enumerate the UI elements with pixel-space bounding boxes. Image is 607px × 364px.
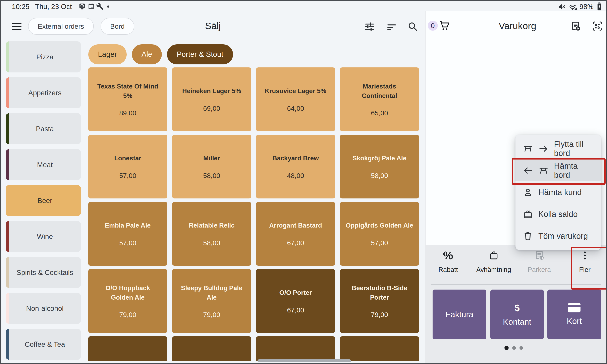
kebab-menu-icon [580, 250, 590, 261]
pickup-bag-icon [488, 250, 499, 261]
page-dot[interactable] [504, 346, 509, 350]
menu-item-label: Töm varukorg [538, 232, 588, 241]
product-tile[interactable]: Lonestar57,00 [88, 135, 167, 198]
category-label: Appetizers [28, 89, 61, 97]
menu-item-hamta-kund[interactable]: Hämta kund [515, 182, 601, 203]
chip-label: Lager [98, 50, 117, 59]
product-name: Texas State Of Mind 5% [93, 82, 162, 100]
page-dot[interactable] [512, 346, 516, 350]
product-price: 69,00 [203, 104, 220, 112]
shopping-cart-icon[interactable] [439, 20, 450, 31]
chip-label: Ale [142, 50, 152, 59]
product-tile[interactable]: Heineken Lager 5%69,00 [172, 67, 251, 131]
product-name: Collective Arts [106, 359, 150, 361]
qr-scan-icon[interactable] [592, 21, 603, 31]
sidebar-item-pasta[interactable]: Pasta [6, 113, 81, 144]
fler-button[interactable]: Fler [562, 250, 607, 273]
sidebar-item-wine[interactable]: Wine [6, 221, 81, 252]
product-tile[interactable]: Backyard Brew48,00 [256, 135, 335, 198]
product-tile[interactable]: Young's Double [172, 336, 251, 361]
sort-icon[interactable] [386, 22, 397, 33]
product-tile[interactable]: Krusovice Lager 5%64,00 [256, 67, 335, 131]
product-name: Young's Double [188, 359, 236, 361]
more-actions-context-menu: Flytta till bord Hämta bord Hämta kund K… [515, 135, 601, 250]
hamburger-menu-button[interactable] [12, 23, 22, 30]
product-tile[interactable]: Mariestads Continental65,00 [340, 67, 419, 131]
product-tile[interactable]: O/O Hoppback Golden Ale79,00 [88, 269, 167, 333]
percent-icon: % [443, 250, 453, 261]
sidebar-item-coffee-tea[interactable]: Coffee & Tea [6, 329, 81, 360]
sidebar-item-appetizers[interactable]: Appetizers [6, 77, 81, 108]
avhamtning-button[interactable]: Avhämtning [471, 250, 516, 273]
product-name: Arrogant Bastard [269, 221, 322, 230]
product-price: 48,00 [287, 172, 304, 180]
park-receipt-icon [534, 250, 545, 261]
payment-label: Kontant [503, 317, 531, 327]
menu-item-tom-varukorg[interactable]: Töm varukorg [515, 225, 601, 247]
notepad-notification-icon [87, 3, 95, 10]
filter-chip-porter-stout[interactable]: Porter & Stout [167, 44, 233, 65]
external-orders-button[interactable]: External orders [28, 18, 94, 35]
horizontal-scrollbar[interactable] [258, 359, 351, 362]
product-tile[interactable]: Skokgröj Pale Ale58,00 [340, 135, 419, 198]
product-price: 89,00 [119, 109, 136, 117]
actions-divider [431, 284, 601, 285]
product-tile[interactable]: O/O Porter67,00 [256, 269, 335, 333]
tune-filter-icon[interactable] [364, 22, 375, 32]
product-tile[interactable]: Embla Pale Ale57,00 [88, 202, 167, 266]
product-tile[interactable] [256, 336, 335, 361]
product-name: Mariestads Continental [345, 82, 414, 100]
action-label: Rabatt [438, 266, 458, 273]
product-tile[interactable]: Oppigårds Golden Ale57,00 [340, 202, 419, 266]
sidebar-item-meat[interactable]: Meat [6, 149, 81, 180]
faktura-button[interactable]: Faktura [433, 289, 486, 339]
sidebar-item-spirits-cocktails[interactable]: Spirits & Cocktails [6, 257, 81, 288]
category-label: Pizza [36, 53, 53, 61]
mute-icon [558, 3, 566, 11]
kort-button[interactable]: Kort [547, 289, 601, 339]
product-name: Beerstudio B-Side Porter [345, 283, 414, 302]
page-dot[interactable] [519, 346, 523, 350]
pos-app-screen: 10:25 Thu, 23 Oct 98% External orders Bo… [0, 0, 607, 364]
category-label: Pasta [36, 125, 54, 133]
search-icon[interactable] [407, 21, 418, 31]
kontant-button[interactable]: $ Kontant [490, 289, 544, 339]
product-tile[interactable]: Texas State Of Mind 5%89,00 [88, 67, 167, 131]
sidebar-item-pizza[interactable]: Pizza [6, 41, 81, 72]
product-name: Embla Pale Ale [105, 221, 151, 230]
trash-icon [523, 231, 533, 241]
payment-label: Kort [567, 316, 582, 326]
product-name: O/O Porter [279, 288, 312, 297]
sidebar-item-beer[interactable]: Beer [6, 185, 81, 216]
rabatt-button[interactable]: % Rabatt [425, 250, 471, 273]
parked-receipts-icon[interactable] [570, 21, 581, 31]
product-tile[interactable]: Miller58,00 [172, 135, 251, 198]
menu-item-flytta-till-bord[interactable]: Flytta till bord [515, 138, 601, 159]
category-label: Beer [38, 197, 53, 205]
battery-percent: 98% [580, 3, 594, 11]
product-tile[interactable] [340, 336, 419, 361]
product-price: 58,00 [203, 172, 220, 180]
gift-card-icon [523, 209, 533, 220]
product-tile[interactable]: Arrogant Bastard67,00 [256, 202, 335, 266]
filter-chip-ale[interactable]: Ale [132, 44, 162, 65]
card-icon [568, 303, 581, 312]
product-tile[interactable]: Collective Arts [88, 336, 167, 361]
product-name: Oppigårds Golden Ale [346, 221, 413, 230]
subcategory-chips: Lager Ale Porter & Stout [88, 44, 233, 65]
filter-chip-lager[interactable]: Lager [88, 44, 127, 65]
menu-item-kolla-saldo[interactable]: Kolla saldo [515, 203, 601, 225]
bord-button[interactable]: Bord [101, 18, 134, 35]
product-name: Krusovice Lager 5% [265, 86, 326, 95]
product-name: Skokgröj Pale Ale [353, 154, 407, 163]
menu-item-label: Kolla saldo [538, 210, 578, 219]
product-price: 57,00 [119, 239, 136, 247]
parkera-button[interactable]: Parkera [516, 250, 562, 273]
sidebar-item-non-alcohol[interactable]: Non-alcohol [6, 293, 81, 324]
menu-item-hamta-bord[interactable]: Hämta bord [515, 159, 601, 182]
product-tile[interactable]: Sleepy Bulldog Pale Ale79,00 [172, 269, 251, 333]
arrow-left-icon [523, 165, 533, 176]
product-tile[interactable]: Relatable Relic58,00 [172, 202, 251, 266]
terminal-clock-notification-icon [79, 3, 86, 10]
product-tile[interactable]: Beerstudio B-Side Porter79,00 [340, 269, 419, 333]
